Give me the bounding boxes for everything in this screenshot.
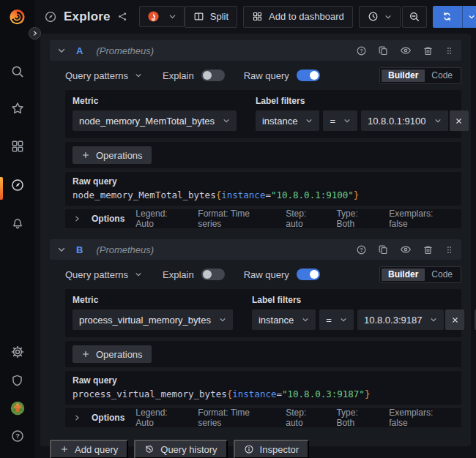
chevron-down-icon [384,13,392,20]
page-title: Explore [64,10,111,24]
option-exemplars: Exemplars: false [389,209,453,229]
zoom-out-button[interactable] [402,6,427,28]
options-expand-icon[interactable] [73,215,81,222]
options-expand-icon[interactable] [73,414,81,421]
remove-query-trash-icon[interactable] [423,45,434,56]
run-query-interval-icon[interactable] [462,6,476,28]
alerting-bell-icon[interactable] [0,216,34,230]
drag-handle-icon[interactable] [445,245,454,255]
raw-query-toggle-label: Raw query [244,70,289,81]
label-filters-label: Label filters [252,295,476,305]
code-mode-button[interactable]: Code [425,70,459,82]
add-to-dashboard-button[interactable]: Add to dashboard [243,6,353,28]
operations-row: Operations [65,341,461,367]
drag-handle-icon[interactable] [445,46,454,56]
raw-query-preview: Raw query node_memory_MemTotal_bytes{ins… [65,172,461,206]
metric-select[interactable]: process_virtual_memory_bytes [72,309,233,330]
grafana-logo-icon[interactable] [0,7,34,26]
raw-query-toggle[interactable] [297,269,320,280]
filter-value-select[interactable]: 10.8.0.3:9187 [357,309,445,330]
admin-shield-icon[interactable] [0,374,34,388]
raw-query-preview: Raw query process_virtual_memory_bytes{i… [65,371,461,405]
sidebar-expand-icon[interactable] [29,27,41,40]
operations-row: Operations [65,142,461,168]
settings-gear-icon[interactable] [0,345,34,359]
inspector-button[interactable]: Inspector [234,440,309,458]
code-mode-button[interactable]: Code [425,269,459,281]
editor-mode-switcher: Builder Code [379,67,461,84]
metric-select[interactable]: node_memory_MemTotal_bytes [72,110,237,131]
query-a-body: Query patterns Explain Raw query Builder… [50,61,461,228]
explain-label: Explain [163,70,194,81]
user-avatar[interactable] [0,400,34,416]
plus-icon [60,445,69,454]
filter-label-select[interactable]: instance [256,110,319,131]
apps-grid-icon [252,11,263,22]
filter-operator-value: = [326,315,332,326]
filter-operator-select[interactable]: = [323,110,357,131]
label-filters-label: Label filters [256,96,476,106]
help-icon[interactable]: ? [0,429,34,443]
hide-response-eye-icon[interactable] [400,45,412,56]
add-operation-button[interactable]: Operations [72,146,152,164]
filter-label-select[interactable]: instance [252,309,316,330]
raw-query-label: Raw query [72,375,454,386]
search-icon[interactable] [0,64,34,79]
duplicate-query-icon[interactable] [378,244,389,255]
collapse-query-icon[interactable] [57,245,66,254]
builder-mode-button[interactable]: Builder [382,70,425,82]
remove-filter-icon[interactable] [450,110,469,131]
query-editor-row-b: B (Prometheus) ? [50,239,461,427]
raw-query-label: Raw query [72,176,454,187]
remove-filter-icon[interactable] [445,309,464,330]
add-query-label: Add query [75,444,118,455]
explain-toggle[interactable] [201,70,225,81]
datasource-picker[interactable] [139,6,185,27]
builder-mode-button[interactable]: Builder [382,269,425,281]
options-summary-row[interactable]: Options Legend: Auto Format: Time series… [65,408,461,427]
query-a-header: A (Prometheus) ? [50,40,461,61]
metric-label: Metric [72,295,233,305]
add-operation-button[interactable]: Operations [72,345,152,363]
dashboards-icon[interactable] [0,139,34,154]
query-help-icon[interactable]: ? [356,244,367,255]
hide-response-eye-icon[interactable] [400,244,412,255]
metric-value: process_virtual_memory_bytes [79,315,211,326]
raw-query-code: node_memory_MemTotal_bytes{instance="10.… [72,189,454,200]
metric-field: Metric process_virtual_memory_bytes [72,295,233,330]
duplicate-query-icon[interactable] [378,45,389,56]
query-help-icon[interactable]: ? [356,45,367,56]
remove-query-trash-icon[interactable] [423,244,434,255]
add-query-button[interactable]: Add query [50,440,128,458]
query-patterns-dropdown[interactable]: Query patterns [65,70,142,81]
query-patterns-dropdown[interactable]: Query patterns [65,269,142,280]
filter-operator-value: = [330,116,335,127]
star-icon[interactable] [0,101,34,116]
query-history-button[interactable]: Query history [134,440,227,458]
sync-icon[interactable] [433,6,462,28]
option-type: Type: Both [336,209,378,229]
query-patterns-label: Query patterns [65,269,128,280]
secondary-actions: Add query Query history Inspector [50,440,461,458]
svg-text:?: ? [360,247,362,252]
time-picker-button[interactable] [359,6,401,28]
filter-value: 10.8.0.3:9187 [364,315,423,326]
metric-label: Metric [72,96,237,106]
raw-query-code: process_virtual_memory_bytes{instance="1… [72,388,454,399]
explain-toggle[interactable] [201,269,225,280]
options-summary-row[interactable]: Options Legend: Auto Format: Time series… [65,209,461,228]
collapse-query-icon[interactable] [57,46,66,55]
query-patterns-label: Query patterns [65,70,128,81]
metric-and-labels-row: Metric process_virtual_memory_bytes Labe… [65,289,461,337]
share-icon[interactable] [117,11,128,22]
filter-label-value: instance [259,315,294,326]
split-button[interactable]: Split [185,6,237,28]
run-query-button[interactable] [433,6,476,28]
filter-label-value: instance [262,116,297,127]
explore-compass-icon[interactable] [0,178,34,192]
filter-operator-select[interactable]: = [319,309,354,330]
option-step: Step: auto [286,408,325,428]
option-exemplars: Exemplars: false [389,408,453,428]
filter-value-select[interactable]: 10.8.0.1:9100 [361,110,448,131]
raw-query-toggle[interactable] [297,70,320,81]
